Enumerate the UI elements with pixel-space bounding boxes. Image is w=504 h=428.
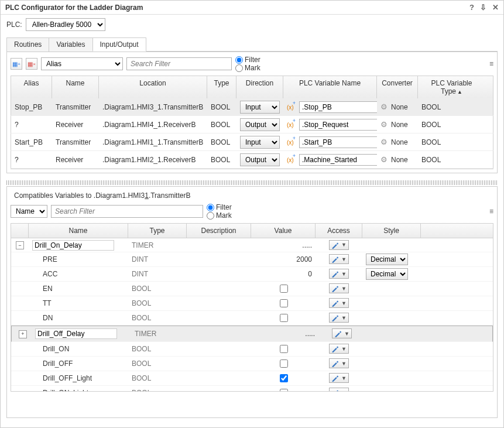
io-radio-mark[interactable] — [235, 64, 243, 72]
compat-search-input[interactable] — [51, 205, 203, 218]
new-right-icon[interactable]: ▦× — [26, 58, 37, 70]
compat-field-select[interactable]: Name — [11, 205, 47, 218]
io-search-input[interactable] — [126, 57, 232, 70]
cv-col-value[interactable]: Value — [251, 224, 316, 238]
compat-row[interactable]: DN BOOL ▼ — [11, 311, 493, 326]
io-radio-filter[interactable] — [235, 56, 243, 64]
compat-value-checkbox[interactable] — [280, 345, 288, 353]
col-location[interactable]: Location — [99, 76, 207, 98]
filter-field-select[interactable]: Alias — [41, 57, 123, 70]
cv-col-type[interactable]: Type — [128, 224, 187, 238]
col-alias[interactable]: Alias — [11, 76, 52, 98]
expand-icon[interactable]: + — [19, 330, 27, 338]
compat-row[interactable]: PRE DINT 2000 ▼ Decimal — [11, 252, 493, 267]
access-button[interactable]: ▼ — [329, 254, 349, 264]
compat-row[interactable]: + TIMER ..... ▼ — [11, 326, 493, 342]
plc-var-input[interactable] — [299, 119, 377, 131]
access-button[interactable]: ▼ — [329, 344, 349, 354]
help-icon[interactable]: ? — [469, 3, 474, 12]
compat-grid-body[interactable]: − TIMER ..... ▼ PRE DINT 2000 ▼ Decimal … — [11, 238, 493, 392]
col-plcvar[interactable]: PLC Variable Name — [283, 76, 377, 98]
col-plctype[interactable]: PLC Variable Type▲ — [418, 76, 485, 98]
compat-row[interactable]: TT BOOL ▼ — [11, 296, 493, 311]
access-button[interactable]: ▼ — [329, 358, 349, 368]
compat-desc — [187, 273, 251, 275]
fx-icon: (x)+ — [287, 155, 297, 163]
io-menu-icon[interactable]: ≡ — [489, 60, 493, 68]
gear-icon[interactable]: ⚙ — [380, 155, 388, 164]
compat-value-checkbox[interactable] — [280, 314, 288, 322]
col-converter[interactable]: Converter — [377, 76, 418, 98]
cv-col-style[interactable]: Style — [362, 224, 421, 238]
wand-icon — [331, 374, 339, 382]
compat-row[interactable]: Drill_OFF_Light BOOL ▼ — [11, 371, 493, 386]
access-button[interactable]: ▼ — [329, 373, 349, 383]
splitter[interactable] — [6, 180, 498, 185]
direction-select[interactable]: Input — [240, 101, 280, 114]
pin-icon[interactable]: ⇩ — [480, 3, 486, 12]
io-row[interactable]: ? Receiver .Diagram1.HMI2_1.ReceiverB BO… — [11, 151, 493, 169]
compat-type: DINT — [128, 269, 187, 279]
gear-icon[interactable]: ⚙ — [380, 138, 388, 146]
cv-col-access[interactable]: Access — [316, 224, 362, 238]
direction-select[interactable]: Output — [240, 118, 280, 131]
compat-value-checkbox[interactable] — [280, 374, 288, 382]
compat-row[interactable]: Drill_ON_Light BOOL ▼ — [11, 386, 493, 392]
style-select[interactable]: Decimal — [366, 254, 408, 265]
compat-type: TIMER — [131, 328, 190, 339]
io-type: BOOL — [207, 119, 236, 131]
plc-var-input[interactable] — [299, 154, 377, 166]
compat-panel: Compatibles Variables to .Diagram1.HMI31… — [6, 186, 498, 418]
plc-select[interactable]: Allen-Bradley 5000 — [26, 18, 105, 31]
gear-icon[interactable]: ⚙ — [380, 120, 388, 129]
io-row[interactable]: Start_PB Transmitter .Diagram1.HMI1_1.Tr… — [11, 133, 493, 151]
compat-value-checkbox[interactable] — [280, 299, 288, 307]
compat-radio-mark[interactable] — [207, 212, 214, 220]
collapse-icon[interactable]: − — [16, 241, 24, 249]
wand-icon — [331, 285, 339, 292]
access-button[interactable]: ▼ — [332, 328, 352, 338]
compat-radio-filter[interactable] — [207, 204, 214, 211]
new-left-icon[interactable]: ▦+ — [11, 58, 22, 70]
col-direction[interactable]: Direction — [236, 76, 283, 98]
direction-select[interactable]: Input — [240, 136, 280, 149]
tab-routines[interactable]: Routines — [6, 37, 49, 52]
access-button[interactable]: ▼ — [329, 283, 349, 293]
wand-icon — [331, 299, 339, 307]
compat-row[interactable]: Drill_ON BOOL ▼ — [11, 342, 493, 357]
access-button[interactable]: ▼ — [329, 388, 349, 392]
compat-menu-icon[interactable]: ≡ — [489, 207, 493, 215]
direction-select[interactable]: Output — [240, 153, 280, 166]
gear-icon[interactable]: ⚙ — [380, 102, 388, 111]
access-button[interactable]: ▼ — [329, 240, 349, 250]
tab-variables[interactable]: Variables — [49, 37, 92, 52]
access-button[interactable]: ▼ — [329, 269, 349, 279]
access-button[interactable]: ▼ — [329, 313, 349, 323]
cv-col-name[interactable]: Name — [29, 224, 128, 238]
titlebar: PLC Configurator for the Ladder Diagram … — [1, 1, 503, 15]
compat-value-checkbox[interactable] — [280, 389, 288, 392]
compat-row[interactable]: Drill_OFF BOOL ▼ — [11, 357, 493, 371]
io-type: BOOL — [207, 154, 236, 166]
compat-row[interactable]: ACC DINT 0 ▼ Decimal — [11, 267, 493, 282]
compat-value-checkbox[interactable] — [280, 359, 288, 368]
compat-desc — [190, 333, 254, 335]
io-row[interactable]: Stop_PB Transmitter .Diagram1.HMI3_1.Tra… — [11, 98, 493, 116]
plc-var-input[interactable] — [299, 136, 377, 148]
tab-input-output[interactable]: Input/Output — [92, 37, 146, 52]
style-select[interactable]: Decimal — [366, 268, 408, 280]
wand-icon — [331, 241, 339, 249]
io-row[interactable]: ? Receiver .Diagram1.HMI4_1.ReceiverB BO… — [11, 116, 493, 133]
compat-row[interactable]: EN BOOL ▼ — [11, 282, 493, 296]
access-button[interactable]: ▼ — [329, 298, 349, 308]
compat-row[interactable]: − TIMER ..... ▼ — [11, 238, 493, 252]
compat-value-checkbox[interactable] — [280, 285, 288, 293]
compat-name-input[interactable] — [32, 240, 114, 251]
compat-name-input[interactable] — [35, 328, 117, 339]
col-type[interactable]: Type — [207, 76, 236, 98]
compat-desc — [187, 377, 251, 379]
close-icon[interactable]: ✕ — [492, 3, 499, 12]
plc-var-input[interactable] — [299, 101, 377, 113]
cv-col-desc[interactable]: Description — [187, 224, 251, 238]
col-name[interactable]: Name — [52, 76, 99, 98]
